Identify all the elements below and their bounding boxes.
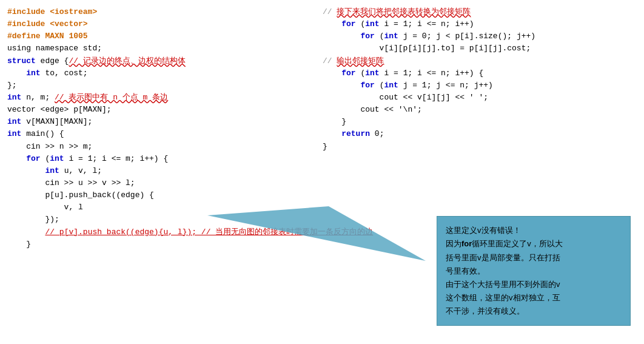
code-token	[7, 166, 45, 175]
code-token: (	[375, 81, 384, 90]
code-line-l12: cin >> n >> m;	[7, 141, 310, 153]
code-token: // 表示图中有 n 个点 m 条边	[55, 93, 168, 102]
code-line-l7: };	[7, 79, 310, 92]
code-line-l20: }	[7, 238, 310, 251]
code-token: for	[360, 81, 374, 90]
code-line-l3: #define MAXN 1005	[7, 30, 310, 42]
code-token: int	[26, 69, 40, 78]
code-line-l2: #include <vector>	[7, 18, 310, 30]
code-token: cin >> n >> m;	[7, 142, 92, 151]
code-token: 输出邻接矩阵	[337, 56, 384, 66]
code-line-r8: for (int j = 1; j <= n; j++)	[323, 79, 637, 92]
code-line-r2: for (int i = 1; i <= n; i++)	[323, 18, 637, 30]
code-token: #define MAXN 1005	[7, 32, 88, 41]
code-token: using namespace std;	[7, 44, 102, 53]
tooltip-line: 由于这个大括号里用不到外面的v	[446, 278, 622, 291]
code-token: n, m;	[21, 93, 55, 102]
code-token: int	[365, 19, 379, 29]
code-token: int	[384, 81, 398, 90]
code-line-l18: });	[7, 214, 310, 226]
tooltip-line: 这里定义v没有错误！	[446, 224, 622, 237]
code-line-r1: // 接下来我们将把邻接表转换为邻接矩阵	[323, 6, 637, 18]
code-line-r3: for (int j = 0; j < p[i].size(); j++)	[323, 30, 637, 42]
code-token: }	[323, 117, 346, 126]
code-token	[323, 69, 341, 78]
code-line-l13: for (int i = 1; i <= m; i++) {	[7, 153, 310, 165]
code-token	[323, 19, 341, 29]
code-token: int	[7, 93, 21, 102]
code-area: #include <iostream>#include <vector>#def…	[0, 0, 644, 344]
code-token: return	[341, 129, 370, 138]
code-line-l16: p[u].push_back((edge) {	[7, 189, 310, 201]
code-line-r14: }	[323, 141, 637, 153]
tooltip-line: 这个数组，这里的v相对独立，互	[446, 291, 622, 305]
tooltip-line: 因为for循环里面定义了v，所以大	[446, 237, 622, 251]
code-token: v[MAXN][MAXN];	[21, 117, 92, 126]
code-line-r9: cout << v[i][j] << ' ';	[323, 92, 637, 104]
tooltip-line: 号里有效。	[446, 265, 622, 278]
code-token: cout << '\n';	[323, 105, 422, 114]
code-token: };	[7, 81, 17, 90]
code-line-l10: int v[MAXN][MAXN];	[7, 116, 310, 128]
code-token: i = 1; i <= n; i++)	[380, 19, 474, 29]
code-token: struct	[7, 56, 36, 66]
code-token: #include <vector>	[7, 19, 88, 29]
code-token	[7, 228, 45, 237]
code-token: int	[7, 117, 21, 126]
code-token: j = 0; j < p[i].size(); j++)	[398, 32, 535, 41]
code-token: // 记录边的终点、边权的结构体	[69, 56, 185, 66]
code-token: #include <iostream>	[7, 7, 97, 16]
code-token: 0;	[370, 129, 384, 138]
code-token: });	[7, 215, 59, 224]
code-token: //	[323, 56, 337, 66]
code-line-l8: int n, m; // 表示图中有 n 个点 m 条边	[7, 92, 310, 104]
code-token: 接下来我们将把邻接表转换为邻接矩阵	[337, 7, 471, 16]
code-line-l5: struct edge {// 记录边的终点、边权的结构体	[7, 55, 310, 67]
code-token: u, v, l;	[59, 166, 102, 175]
code-line-l17: v, l	[7, 201, 310, 214]
code-token: edge {	[36, 56, 69, 66]
code-line-r11: }	[323, 116, 637, 128]
code-line-l4: using namespace std;	[7, 42, 310, 55]
code-token: (	[41, 154, 50, 163]
code-token: (	[375, 32, 384, 41]
code-token: int	[50, 154, 64, 163]
right-panel: // 接下来我们将把邻接表转换为邻接矩阵 for (int i = 1; i <…	[317, 6, 637, 338]
code-token: p[u].push_back((edge) {	[7, 191, 154, 200]
code-token: (	[356, 69, 366, 78]
code-token: cin >> u >> v >> l;	[7, 178, 135, 187]
code-token: for	[360, 32, 374, 41]
code-token: i = 1; i <= n; i++) {	[380, 69, 484, 78]
code-token	[323, 81, 360, 90]
code-line-r13: return 0;	[323, 128, 637, 140]
code-token: for	[341, 19, 355, 29]
code-token	[323, 32, 360, 41]
code-line-r4: v[i][p[i][j].to] = p[i][j].cost;	[323, 42, 637, 55]
left-panel: #include <iostream>#include <vector>#def…	[7, 6, 317, 338]
code-line-r10: cout << '\n';	[323, 104, 637, 116]
code-line-r6: // 输出邻接矩阵	[323, 55, 637, 67]
code-token: (	[356, 19, 366, 29]
code-line-l14: int u, v, l;	[7, 165, 310, 177]
code-line-r7: for (int i = 1; i <= n; i++) {	[323, 67, 637, 79]
code-token: v, l	[7, 203, 83, 212]
code-token	[323, 129, 341, 138]
code-line-l15: cin >> u >> v >> l;	[7, 177, 310, 189]
code-token: j = 1; j <= n; j++)	[398, 81, 493, 90]
code-token: v[i][p[i][j].to] = p[i][j].cost;	[323, 44, 531, 53]
code-line-l19: // p[v].push_back((edge){u, l}); // 当用无向…	[7, 226, 310, 238]
tooltip-line: 不干涉，并没有歧义。	[446, 305, 622, 318]
code-line-l6: int to, cost;	[7, 67, 310, 79]
tooltip-line: 括号里面v是局部变量。只在打括	[446, 251, 622, 265]
code-line-l9: vector <edge> p[MAXN];	[7, 104, 310, 116]
code-token: cout << v[i][j] << ' ';	[323, 93, 488, 102]
code-token: main() {	[21, 129, 64, 138]
code-token: i = 1; i <= m; i++) {	[64, 154, 169, 163]
code-token: }	[7, 240, 31, 249]
code-line-l11: int main() {	[7, 128, 310, 140]
code-token	[7, 69, 26, 78]
tooltip-box: 这里定义v没有错误！因为for循环里面定义了v，所以大括号里面v是局部变量。只在…	[437, 216, 631, 326]
code-token: for	[26, 154, 40, 163]
code-token	[7, 154, 26, 163]
code-token: int	[384, 32, 398, 41]
